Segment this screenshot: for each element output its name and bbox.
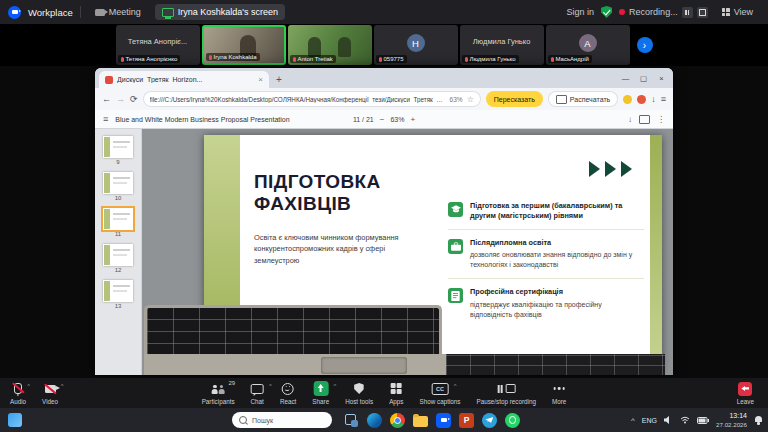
participant-tile[interactable]: H 059775: [374, 25, 458, 65]
participants-count-badge: 29: [228, 380, 235, 386]
pdf-thumbnail-sidebar[interactable]: 9 10 11 12 1: [95, 129, 142, 375]
back-button[interactable]: ←: [102, 95, 111, 104]
pdf-thumbnail[interactable]: 13: [103, 280, 133, 309]
leave-button[interactable]: Leave: [729, 378, 762, 408]
browser-tab[interactable]: Дискуси_Третяк_Horizon... ×: [99, 71, 269, 88]
video-button[interactable]: ^ Video: [34, 378, 66, 408]
slide-bullet-item: Підготовка за першим (бакалаврським) та …: [448, 193, 644, 230]
share-button[interactable]: ^ Share: [304, 378, 337, 408]
telegram-icon[interactable]: [482, 413, 497, 428]
whatsapp-icon[interactable]: [505, 413, 520, 428]
participant-tile-active-speaker[interactable]: Iryna Koshkalda: [202, 25, 286, 65]
security-shield-icon[interactable]: [601, 6, 612, 18]
battery-icon[interactable]: [697, 417, 709, 424]
audio-label: Audio: [10, 398, 26, 405]
apps-button[interactable]: Apps: [381, 378, 411, 408]
minimize-button[interactable]: —: [618, 71, 633, 85]
thumbnail-page-number: 10: [115, 195, 122, 201]
forward-button[interactable]: →: [116, 95, 125, 104]
new-tab-button[interactable]: +: [276, 74, 282, 85]
wifi-icon[interactable]: [680, 416, 690, 424]
print-page-button[interactable]: Распечатать: [548, 91, 618, 107]
date-label: 27.02.2026: [716, 421, 747, 429]
thumbnail-page-number: 13: [115, 303, 122, 309]
pdf-thumbnail[interactable]: 12: [103, 244, 133, 273]
participant-tile[interactable]: Людмила Гунько Людмила Гунько: [460, 25, 544, 65]
clock[interactable]: 13:14 27.02.2026: [716, 412, 747, 429]
volume-icon[interactable]: [664, 416, 673, 424]
sign-in-link[interactable]: Sign in: [567, 7, 595, 17]
address-field[interactable]: file:///C:/Users/Iryna%20Koshkalda/Deskt…: [143, 91, 481, 107]
chrome-icon[interactable]: [390, 413, 405, 428]
zoom-out-button[interactable]: −: [380, 115, 385, 124]
screen-share-icon: [162, 8, 174, 17]
more-label: More: [552, 398, 566, 405]
file-explorer-icon[interactable]: [413, 416, 428, 427]
briefcase-icon: [448, 239, 463, 254]
pause-stop-recording-button[interactable]: Pause/stop recording: [468, 378, 544, 408]
react-label: React: [280, 398, 296, 405]
pdf-thumbnail-current[interactable]: 11: [103, 208, 133, 237]
stop-recording-button[interactable]: [697, 7, 708, 18]
tab-title: Дискуси_Третяк_Horizon...: [117, 76, 254, 83]
task-view-icon[interactable]: [344, 413, 359, 428]
taskbar-search[interactable]: Пошук: [232, 412, 332, 428]
download-pdf-button[interactable]: ↓: [628, 115, 632, 124]
maximize-button[interactable]: ▢: [636, 71, 651, 85]
browser-zoom-indicator[interactable]: 63%: [450, 96, 463, 103]
extension-icon[interactable]: [623, 95, 632, 104]
refresh-button[interactable]: ⟳: [130, 95, 138, 104]
browser-menu-icon[interactable]: ≡: [661, 95, 666, 104]
participant-name-label: Людмила Гунько: [470, 56, 516, 62]
powerpoint-icon[interactable]: P: [459, 413, 474, 428]
view-button[interactable]: View: [715, 4, 760, 20]
sidebar-toggle-icon[interactable]: ≡: [103, 115, 108, 124]
tab-shared-screen[interactable]: Iryna Koshkalda's screen: [155, 4, 285, 20]
zoom-app-icon[interactable]: [436, 413, 451, 428]
laptop-touchpad: [321, 357, 407, 374]
participants-button[interactable]: 29 Participants: [194, 378, 243, 408]
participant-tile[interactable]: Тетяна Анопріє... Тетяна Анопрієнко: [116, 25, 200, 65]
chevron-up-icon[interactable]: ^: [27, 383, 30, 389]
widgets-icon[interactable]: [8, 413, 22, 427]
chevron-up-icon[interactable]: ^: [333, 383, 336, 389]
tab-close-icon[interactable]: ×: [258, 75, 263, 84]
pdf-thumbnail[interactable]: 9: [103, 136, 133, 165]
participant-tile[interactable]: А МасьАндрій: [546, 25, 630, 65]
extension-icon[interactable]: [637, 95, 646, 104]
close-button[interactable]: ×: [654, 71, 669, 85]
pdf-thumbnail[interactable]: 10: [103, 172, 133, 201]
next-participants-button[interactable]: ›: [637, 37, 653, 53]
host-tools-button[interactable]: Host tools: [337, 378, 381, 408]
shield-icon: [354, 383, 364, 394]
pause-recording-button[interactable]: [682, 7, 693, 18]
bookmark-star-icon[interactable]: ☆: [467, 95, 474, 104]
react-button[interactable]: React: [272, 378, 304, 408]
apps-grid-icon: [391, 383, 402, 394]
language-indicator[interactable]: ENG: [642, 417, 657, 424]
more-button[interactable]: More: [544, 378, 574, 408]
audio-button[interactable]: ^ Audio: [2, 378, 34, 408]
chevron-up-icon[interactable]: ^: [454, 383, 457, 389]
tab-meeting[interactable]: Meeting: [88, 4, 148, 20]
retell-button[interactable]: Пересказать: [486, 91, 543, 107]
share-label: Share: [312, 398, 329, 405]
participant-tile[interactable]: Anton Tretiak: [288, 25, 372, 65]
chat-button[interactable]: ^ Chat: [243, 378, 272, 408]
slide-bullet-item: Післядипломна освіта дозволяє оновлювати…: [448, 230, 644, 279]
tray-expand-icon[interactable]: ^: [631, 416, 635, 425]
downloads-icon[interactable]: ↓: [651, 95, 656, 104]
chevron-up-icon[interactable]: ^: [61, 383, 64, 389]
recording-indicator: Recording...: [619, 7, 708, 18]
pdf-more-menu[interactable]: ⋮: [657, 115, 665, 124]
zoom-in-button[interactable]: +: [410, 115, 415, 124]
print-pdf-button[interactable]: [639, 115, 650, 124]
show-captions-button[interactable]: CC^ Show captions: [412, 378, 469, 408]
edge-icon[interactable]: [367, 413, 382, 428]
pdf-zoom-level: 63%: [390, 116, 404, 123]
share-screen-icon: [313, 381, 328, 396]
slide-intro-text: Освіта є ключовим чинником формування ко…: [254, 232, 422, 266]
grid-view-icon: [722, 8, 730, 16]
pdf-toolbar: ≡ Blue and White Modern Business Proposa…: [95, 110, 673, 129]
notifications-bell-icon[interactable]: [754, 416, 763, 425]
